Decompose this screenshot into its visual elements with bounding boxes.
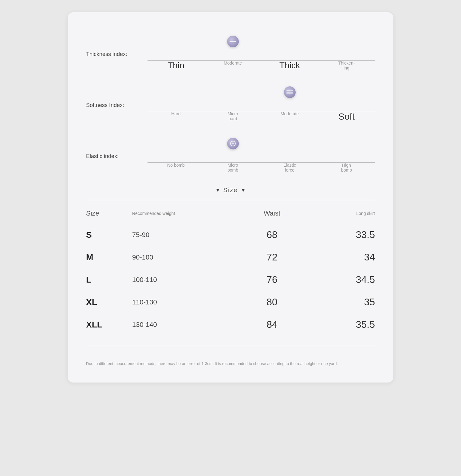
header-waist: Waist bbox=[218, 209, 326, 217]
softness-indicator-row bbox=[148, 87, 375, 102]
softness-bubble bbox=[284, 86, 296, 98]
row-size-l: L bbox=[86, 275, 132, 285]
elastic-icon bbox=[230, 140, 236, 147]
softness-scale: Hard Microhard Moderate Soft bbox=[148, 87, 375, 124]
header-weight: Recommended weight bbox=[132, 211, 218, 216]
row-skirt-s: 33.5 bbox=[326, 229, 375, 240]
elastic-label: Elastic index: bbox=[86, 153, 148, 160]
row-skirt-m: 34 bbox=[326, 252, 375, 263]
table-row: S 75-90 68 33.5 bbox=[86, 224, 375, 246]
softness-item-1: Microhard bbox=[204, 111, 261, 124]
row-size-m: M bbox=[86, 252, 132, 262]
thickness-index-row: Thickness index: Thin bbox=[86, 31, 375, 75]
elastic-scale: No bomb Microbomb Elasticforce Highbomb bbox=[148, 138, 375, 174]
table-row: XLL 130-140 84 35.5 bbox=[86, 313, 375, 336]
row-waist-xl: 80 bbox=[218, 296, 326, 308]
row-weight-l: 100-110 bbox=[132, 276, 218, 284]
thickness-item-1: Moderate bbox=[204, 61, 261, 72]
row-size-s: S bbox=[86, 230, 132, 240]
header-size: Size bbox=[86, 209, 132, 217]
row-waist-s: 68 bbox=[218, 229, 326, 240]
thickness-item-0: Thin bbox=[148, 61, 204, 72]
disclaimer: Due to different measurement methods, th… bbox=[86, 355, 375, 367]
elastic-item-2: Elasticforce bbox=[261, 163, 318, 174]
size-arrow-left[interactable]: ▼ bbox=[215, 188, 220, 193]
thickness-item-3: Thicken-ing bbox=[318, 61, 375, 72]
row-waist-l: 76 bbox=[218, 274, 326, 285]
softness-labels: Hard Microhard Moderate Soft bbox=[148, 111, 375, 124]
row-weight-xl: 110-130 bbox=[132, 298, 218, 306]
size-selector-label: Size bbox=[223, 187, 238, 194]
row-skirt-xl: 35 bbox=[326, 296, 375, 308]
softness-item-0: Hard bbox=[148, 111, 204, 124]
elastic-indicator-row bbox=[148, 138, 375, 154]
thickness-item-2: Thick bbox=[261, 61, 318, 72]
size-table: Size Recommended weight Waist Long skirt… bbox=[86, 209, 375, 336]
row-weight-m: 90-100 bbox=[132, 253, 218, 261]
elastic-item-1: Microbomb bbox=[204, 163, 261, 174]
row-weight-s: 75-90 bbox=[132, 231, 218, 239]
table-row: M 90-100 72 34 bbox=[86, 246, 375, 268]
table-row: L 100-110 76 34.5 bbox=[86, 268, 375, 291]
size-table-header: Size Recommended weight Waist Long skirt bbox=[86, 209, 375, 224]
elastic-bubble bbox=[227, 138, 239, 149]
thickness-scale: Thin Moderate Thick Thicken-ing bbox=[148, 36, 375, 72]
row-weight-xll: 130-140 bbox=[132, 321, 218, 329]
row-skirt-xll: 35.5 bbox=[326, 319, 375, 330]
elastic-item-0: No bomb bbox=[148, 163, 204, 174]
softness-index-row: Softness Index: Hard bbox=[86, 81, 375, 127]
table-row: XL 110-130 80 35 bbox=[86, 291, 375, 313]
softness-item-3: Soft bbox=[318, 111, 375, 124]
bubble-lines-softness bbox=[286, 90, 293, 94]
bottom-divider bbox=[86, 345, 375, 345]
thickness-indicator-row bbox=[148, 36, 375, 52]
elastic-index-row: Elastic index: No bomb Micro bbox=[86, 133, 375, 177]
softness-label: Softness Index: bbox=[86, 102, 148, 109]
thickness-labels: Thin Moderate Thick Thicken-ing bbox=[148, 61, 375, 72]
elastic-labels: No bomb Microbomb Elasticforce Highbomb bbox=[148, 163, 375, 174]
row-waist-xll: 84 bbox=[218, 319, 326, 330]
size-selector[interactable]: ▼ Size ▼ bbox=[86, 187, 375, 194]
thickness-bubble bbox=[227, 36, 239, 47]
row-skirt-l: 34.5 bbox=[326, 274, 375, 285]
thickness-label: Thickness index: bbox=[86, 51, 148, 58]
main-divider bbox=[86, 200, 375, 200]
size-arrow-right[interactable]: ▼ bbox=[241, 188, 246, 193]
bubble-lines-thickness bbox=[230, 39, 236, 44]
header-skirt: Long skirt bbox=[326, 211, 375, 216]
softness-item-2: Moderate bbox=[261, 111, 318, 124]
product-info-card: Thickness index: Thin bbox=[68, 12, 393, 383]
row-waist-m: 72 bbox=[218, 252, 326, 263]
row-size-xl: XL bbox=[86, 297, 132, 307]
row-size-xll: XLL bbox=[86, 320, 132, 330]
elastic-item-3: Highbomb bbox=[318, 163, 375, 174]
